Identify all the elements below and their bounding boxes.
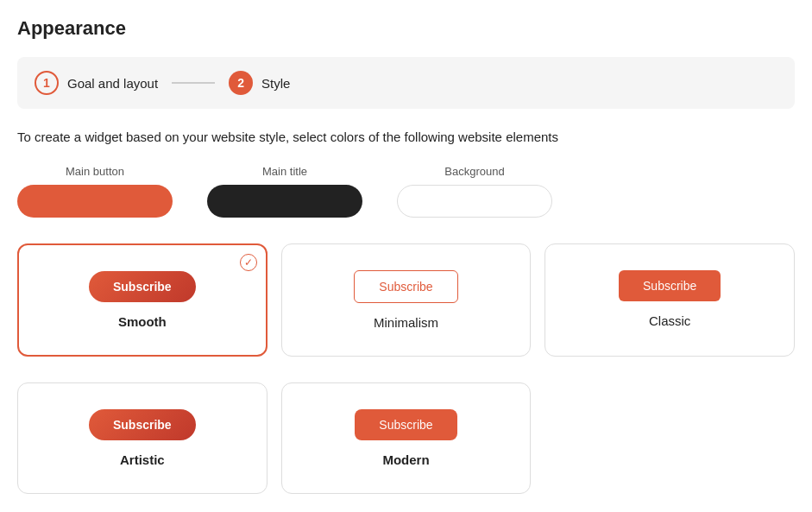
subscribe-btn-smooth[interactable]: Subscribe [89,271,196,302]
step-2: 2 Style [229,71,290,95]
step-1-number: 1 [35,71,59,95]
style-card-artistic[interactable]: Subscribe Artistic [17,382,268,494]
style-grid-row1: ✓ Subscribe Smooth Subscribe Minimalism … [17,243,795,357]
style-card-minimalism[interactable]: Subscribe Minimalism [281,243,532,357]
style-card-smooth[interactable]: ✓ Subscribe Smooth [17,243,268,357]
subscribe-btn-minimalism[interactable]: Subscribe [354,270,457,303]
background-swatch[interactable] [397,185,552,218]
step-1-label: Goal and layout [67,76,158,91]
style-label-modern: Modern [382,452,429,467]
style-card-modern[interactable]: Subscribe Modern [281,382,532,494]
step-2-label: Style [261,76,290,91]
style-grid-row2: Subscribe Artistic Subscribe Modern [17,382,795,494]
main-title-label: Main title [262,165,307,178]
subscribe-btn-modern[interactable]: Subscribe [355,409,456,440]
step-2-number: 2 [229,71,253,95]
color-pickers-row: Main button Main title Background [17,165,795,218]
description-text: To create a widget based on your website… [17,130,795,144]
step-1: 1 Goal and layout [35,71,158,95]
style-label-classic: Classic [649,313,690,328]
main-button-label: Main button [66,165,124,178]
check-icon: ✓ [240,254,257,271]
stepper: 1 Goal and layout 2 Style [17,57,795,109]
main-title-swatch[interactable] [207,185,362,218]
color-picker-main-title: Main title [207,165,362,218]
page-title: Appearance [17,17,795,40]
main-button-swatch[interactable] [17,185,173,218]
background-label: Background [444,165,504,178]
color-picker-main-button: Main button [17,165,173,218]
step-separator [172,82,215,84]
style-label-minimalism: Minimalism [374,315,438,330]
style-card-empty [544,382,795,494]
page-container: Appearance 1 Goal and layout 2 Style To … [0,0,812,512]
subscribe-btn-artistic[interactable]: Subscribe [89,409,196,440]
color-picker-background: Background [397,165,552,218]
style-label-artistic: Artistic [120,452,165,467]
style-label-smooth: Smooth [118,314,167,329]
style-card-classic[interactable]: Subscribe Classic [544,243,795,357]
subscribe-btn-classic[interactable]: Subscribe [619,270,721,301]
